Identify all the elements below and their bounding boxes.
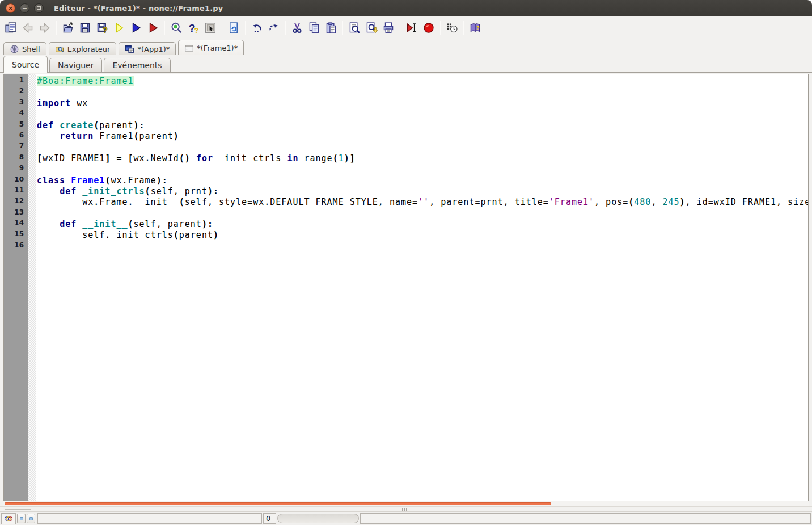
tab-app1[interactable]: *(App1)* <box>119 42 176 55</box>
status-button-1[interactable] <box>17 514 26 523</box>
save-query-button[interactable]: ? <box>94 20 110 36</box>
undo-button[interactable] <box>249 20 265 36</box>
tab-explorer[interactable]: Explorateur <box>49 42 117 55</box>
redo-button[interactable] <box>266 20 282 36</box>
shell-icon <box>10 44 19 54</box>
app-window: × − Editeur - *(Frame1)* - none://Frame1… <box>0 0 812 525</box>
save-button[interactable] <box>77 20 93 36</box>
statusbar: 0 <box>0 511 812 525</box>
line-number: 5 <box>4 120 28 131</box>
inspect-button[interactable] <box>168 20 184 36</box>
context-help-button[interactable]: ?? <box>185 20 201 36</box>
status-counter-field: 0 <box>263 513 276 524</box>
line-number-gutter[interactable]: 12345678910111213141516 <box>4 74 28 501</box>
line-number: 16 <box>4 241 28 252</box>
editor-window-button[interactable] <box>3 20 19 36</box>
view-frame-icon <box>204 22 217 34</box>
context-help-icon: ?? <box>187 22 200 34</box>
copy-button[interactable] <box>306 20 322 36</box>
print-icon <box>382 22 395 34</box>
open-button[interactable] <box>60 20 76 36</box>
run-app-button[interactable] <box>145 20 161 36</box>
tab-label: Shell <box>22 45 40 53</box>
scrollbar-thumb[interactable] <box>5 502 551 505</box>
splitter-sash[interactable] <box>0 506 812 511</box>
back-button[interactable] <box>20 20 36 36</box>
status-logo-panel <box>1 513 16 524</box>
find-next-icon <box>365 22 378 34</box>
code-line[interactable] <box>37 241 808 252</box>
save-query-icon: ? <box>96 22 108 34</box>
titlebar[interactable]: × − Editeur - *(Frame1)* - none://Frame1… <box>0 0 812 16</box>
status-message-field <box>37 513 262 524</box>
code-line[interactable] <box>37 208 808 219</box>
check-syntax-button[interactable] <box>111 20 127 36</box>
cut-button[interactable] <box>289 20 305 36</box>
svg-text:?: ? <box>476 24 480 31</box>
status-button-2[interactable] <box>27 514 35 523</box>
toolbar-separator <box>164 21 165 35</box>
code-line[interactable]: class Frame1(wx.Frame): <box>37 175 808 186</box>
code-line[interactable]: import wx <box>37 98 808 109</box>
view-frame-button[interactable] <box>202 20 218 36</box>
code-area[interactable]: #Boa:Frame:Frame1import wxdef create(par… <box>36 74 808 501</box>
open-icon <box>62 22 74 34</box>
code-line[interactable] <box>37 87 808 98</box>
code-line[interactable]: self._init_ctrls(parent) <box>37 230 808 241</box>
copy-icon <box>308 22 320 34</box>
horizontal-scrollbar[interactable] <box>3 501 809 506</box>
svg-text:?: ? <box>103 24 108 33</box>
code-line[interactable]: return Frame1(parent) <box>37 131 808 142</box>
minimize-button[interactable]: − <box>20 3 29 13</box>
tab-shell[interactable]: Shell <box>3 42 46 55</box>
maximize-button[interactable] <box>34 3 44 13</box>
run-to-cursor-button[interactable] <box>404 20 420 36</box>
status-extra-field <box>360 513 811 524</box>
cut-icon <box>291 22 303 34</box>
run-app-icon <box>147 22 159 34</box>
toolbar-separator <box>56 21 57 35</box>
reload-button[interactable] <box>226 20 242 36</box>
run-module-icon <box>130 22 142 34</box>
line-number: 1 <box>4 76 28 87</box>
code-line[interactable]: #Boa:Frame:Frame1 <box>37 76 808 87</box>
find-button[interactable] <box>346 20 362 36</box>
paste-button[interactable] <box>323 20 339 36</box>
breakpoint-button[interactable] <box>421 20 437 36</box>
profile-button[interactable] <box>444 20 460 36</box>
toolbar-separator <box>285 21 286 35</box>
forward-button[interactable] <box>37 20 53 36</box>
run-module-button[interactable] <box>128 20 144 36</box>
line-number: 3 <box>4 98 28 109</box>
svg-text:?: ? <box>194 26 198 33</box>
tab-source[interactable]: Source <box>3 56 48 73</box>
tab-frame1[interactable]: *(Frame1)* <box>178 40 244 55</box>
small-square-icon <box>20 517 23 520</box>
find-next-button[interactable] <box>363 20 379 36</box>
help-book-button[interactable]: ? <box>467 20 483 36</box>
line-number: 7 <box>4 142 28 153</box>
code-line[interactable]: def _init_ctrls(self, prnt): <box>37 186 808 197</box>
tab-naviguer[interactable]: Naviguer <box>49 58 102 72</box>
line-number: 9 <box>4 164 28 175</box>
close-button[interactable]: × <box>6 3 15 13</box>
tab-evenements[interactable]: Evénements <box>104 58 170 72</box>
undo-icon <box>251 22 263 34</box>
code-line[interactable]: [wxID_FRAME1] = [wx.NewId() for _init_ct… <box>37 153 808 164</box>
line-number: 14 <box>4 219 28 230</box>
line-number: 12 <box>4 197 28 208</box>
print-button[interactable] <box>380 20 396 36</box>
explorer-icon <box>55 44 65 54</box>
code-line[interactable] <box>37 164 808 175</box>
code-line[interactable]: wx.Frame.__init__(self, style=wx.DEFAULT… <box>37 197 808 208</box>
frame-icon <box>184 43 194 53</box>
status-progressbar <box>277 514 359 523</box>
code-line[interactable] <box>37 142 808 153</box>
code-line[interactable]: def __init__(self, parent): <box>37 219 808 230</box>
code-line[interactable] <box>37 109 808 120</box>
code-line[interactable]: def create(parent): <box>37 120 808 131</box>
sash-grip-icon <box>402 508 407 511</box>
sash-line <box>5 509 31 510</box>
fold-margin[interactable] <box>28 74 36 501</box>
window-title: Editeur - *(Frame1)* - none://Frame1.py <box>54 4 223 12</box>
